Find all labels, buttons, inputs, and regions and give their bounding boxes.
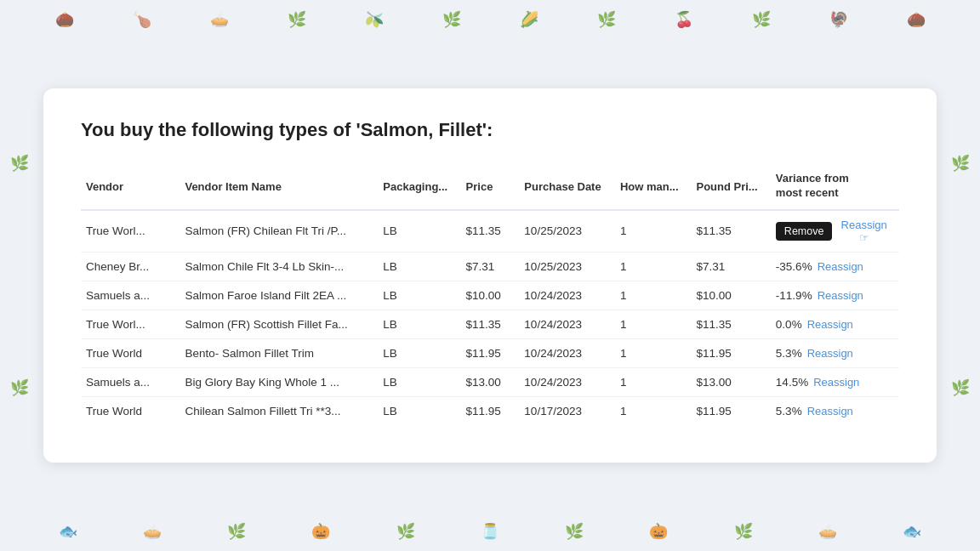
main-card: You buy the following types of 'Salmon, … — [43, 88, 937, 463]
cell-date: 10/17/2023 — [519, 396, 615, 425]
cell-how-many: 1 — [615, 338, 692, 367]
table-body: True Worl... Salmon (FR) Chilean Flt Tri… — [81, 210, 899, 425]
cell-pound-price: $11.95 — [691, 396, 770, 425]
cell-price: $11.95 — [461, 396, 520, 425]
cell-vendor: True World — [81, 396, 179, 425]
cell-vendor: True Worl... — [81, 210, 179, 253]
col-header-variance: Variance frommost recent — [771, 165, 899, 210]
deco-chicken-1: 🍗 — [133, 10, 151, 29]
cell-vendor: True Worl... — [81, 310, 179, 338]
deco-branch-2: 🌿 — [442, 10, 461, 29]
cell-packaging: LB — [378, 281, 460, 310]
cell-packaging: LB — [378, 367, 460, 396]
deco-branch-5: 🌿 — [227, 522, 246, 541]
left-decoration-col: 🌿 🌿 — [10, 0, 29, 551]
cell-item-name: Salmon (FR) Scottish Fillet Fa... — [179, 310, 378, 338]
cell-how-many: 1 — [615, 367, 692, 396]
variance-value: 5.3% — [776, 347, 802, 360]
cell-date: 10/24/2023 — [519, 281, 615, 310]
remove-button[interactable]: Remove — [776, 222, 833, 241]
deco-pie-2: 🥧 — [143, 522, 162, 541]
cell-packaging: LB — [378, 210, 460, 253]
action-cell-row3: -11.9% Reassign — [776, 289, 891, 302]
action-cell-row6: 14.5% Reassign — [776, 376, 891, 389]
cell-action: -35.6% Reassign — [771, 252, 899, 281]
cell-price: $13.00 — [461, 367, 520, 396]
cell-date: 10/25/2023 — [519, 210, 615, 253]
cell-pound-price: $11.35 — [691, 210, 770, 253]
deco-pumpkin-2: 🎃 — [649, 522, 668, 541]
cell-packaging: LB — [378, 396, 460, 425]
table-row: Samuels a... Salmon Faroe Island Filt 2E… — [81, 281, 899, 310]
cell-item-name: Salmon Faroe Island Filt 2EA ... — [179, 281, 378, 310]
reassign-button-row5[interactable]: Reassign — [807, 347, 853, 360]
col-header-item-name: Vendor Item Name — [179, 165, 378, 210]
action-cell-row5: 5.3% Reassign — [776, 347, 891, 360]
cell-action: Remove Reassign ☞ — [771, 210, 899, 253]
cell-how-many: 1 — [615, 210, 692, 253]
deco-branch-3: 🌿 — [597, 10, 616, 29]
deco-berry-1: 🍒 — [675, 10, 693, 29]
bottom-decoration-row: 🐟 🥧 🌿 🎃 🌿 🫙 🌿 🎃 🌿 🥧 🐟 — [0, 522, 980, 541]
cell-action: -11.9% Reassign — [771, 281, 899, 310]
deco-branch-4: 🌿 — [752, 10, 771, 29]
cell-item-name: Salmon (FR) Chilean Flt Tri /P... — [179, 210, 378, 253]
reassign-button-row2[interactable]: Reassign — [818, 260, 863, 273]
deco-olive-1: 🫒 — [365, 10, 384, 29]
deco-left-2: 🌿 — [10, 378, 29, 397]
page-wrapper: 🌰 🍗 🥧 🌿 🫒 🌿 🌽 🌿 🍒 🌿 🦃 🌰 🐟 🥧 🌿 🎃 🌿 🫙 🌿 🎃 … — [0, 0, 980, 551]
reassign-button-row3[interactable]: Reassign — [818, 289, 863, 302]
cell-action: 14.5% Reassign — [771, 367, 899, 396]
deco-branch-8: 🌿 — [734, 522, 753, 541]
cell-date: 10/24/2023 — [519, 310, 615, 338]
right-decoration-col: 🌿 🌿 — [951, 0, 970, 551]
cell-action: 5.3% Reassign — [771, 396, 899, 425]
reassign-button-row6[interactable]: Reassign — [813, 376, 859, 389]
deco-right-1: 🌿 — [951, 154, 970, 173]
cell-action: 5.3% Reassign — [771, 338, 899, 367]
cell-pound-price: $13.00 — [691, 367, 770, 396]
cell-pound-price: $11.95 — [691, 338, 770, 367]
cell-item-name: Chilean Salmon Fillett Tri **3... — [179, 396, 378, 425]
col-header-pound-price: Pound Pri... — [691, 165, 770, 210]
col-header-vendor: Vendor — [81, 165, 179, 210]
deco-right-2: 🌿 — [951, 378, 970, 397]
action-cell-row4: 0.0% Reassign — [776, 318, 891, 331]
col-header-price: Price — [461, 165, 520, 210]
deco-pie-1: 🥧 — [210, 10, 229, 29]
variance-value: 0.0% — [776, 318, 802, 331]
deco-pumpkin-1: 🎃 — [311, 522, 330, 541]
deco-left-1: 🌿 — [10, 154, 29, 173]
salmon-table: Vendor Vendor Item Name Packaging... Pri… — [81, 165, 899, 425]
deco-fish-1: 🐟 — [59, 522, 77, 541]
deco-fish-2: 🐟 — [903, 522, 921, 541]
deco-branch-1: 🌿 — [288, 10, 306, 29]
cell-item-name: Big Glory Bay King Whole 1 ... — [179, 367, 378, 396]
cell-how-many: 1 — [615, 396, 692, 425]
cell-item-name: Salmon Chile Flt 3-4 Lb Skin-... — [179, 252, 378, 281]
action-cell-row7: 5.3% Reassign — [776, 405, 891, 418]
cell-pound-price: $11.35 — [691, 310, 770, 338]
table-row: True World Bento- Salmon Fillet Trim LB … — [81, 338, 899, 367]
deco-acorn-1: 🌰 — [55, 10, 74, 29]
variance-value: -11.9% — [776, 289, 812, 302]
cell-date: 10/25/2023 — [519, 252, 615, 281]
col-header-purchase-date: Purchase Date — [519, 165, 615, 210]
reassign-button-row7[interactable]: Reassign — [807, 405, 853, 418]
deco-branch-6: 🌿 — [396, 522, 415, 541]
cell-packaging: LB — [378, 310, 460, 338]
cell-packaging: LB — [378, 338, 460, 367]
col-header-how-many: How man... — [615, 165, 692, 210]
reassign-button-row4[interactable]: Reassign — [807, 318, 853, 331]
cell-how-many: 1 — [615, 281, 692, 310]
cell-action: 0.0% Reassign — [771, 310, 899, 338]
reassign-button-row1[interactable]: Reassign ☞ — [837, 219, 891, 244]
cell-date: 10/24/2023 — [519, 367, 615, 396]
cell-price: $11.95 — [461, 338, 520, 367]
variance-value: 14.5% — [776, 376, 808, 389]
cell-how-many: 1 — [615, 252, 692, 281]
top-decoration-row: 🌰 🍗 🥧 🌿 🫒 🌿 🌽 🌿 🍒 🌿 🦃 🌰 — [0, 10, 980, 29]
cell-item-name: Bento- Salmon Fillet Trim — [179, 338, 378, 367]
cell-pound-price: $10.00 — [691, 281, 770, 310]
cell-vendor: True World — [81, 338, 179, 367]
